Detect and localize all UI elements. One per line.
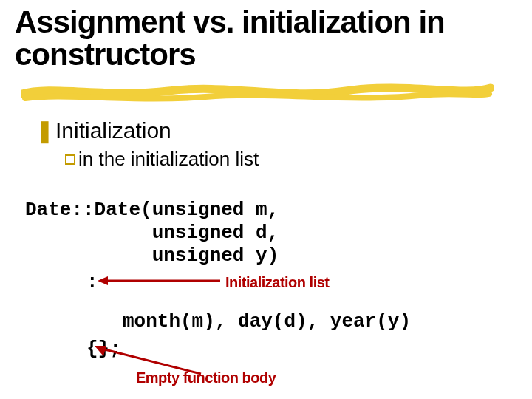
code-line: Date::Date(unsigned m, xyxy=(25,199,279,221)
annotation-empty-body: Empty function body xyxy=(136,369,276,386)
svg-marker-1 xyxy=(98,276,108,285)
code-members: month(m), day(d), year(y) xyxy=(123,310,411,332)
code-line: unsigned y) xyxy=(25,245,279,267)
bullet-text: Initialization xyxy=(55,118,171,143)
bullet-text: in the initialization list xyxy=(78,148,259,170)
svg-marker-3 xyxy=(95,346,106,356)
bullet-marker-icon: ❚ xyxy=(35,118,54,143)
bullet-level2: in the initialization list xyxy=(65,148,259,171)
slide-title: Assignment vs. initialization in constru… xyxy=(15,6,502,71)
annotation-init-list: Initialization list xyxy=(225,274,330,291)
bullet-level1: ❚Initialization xyxy=(35,117,171,143)
slide: Assignment vs. initialization in constru… xyxy=(0,0,532,399)
bullet-square-icon xyxy=(65,154,75,165)
code-line: unsigned d, xyxy=(25,222,279,244)
arrow-to-colon-icon xyxy=(96,275,223,287)
title-underline xyxy=(21,78,494,104)
